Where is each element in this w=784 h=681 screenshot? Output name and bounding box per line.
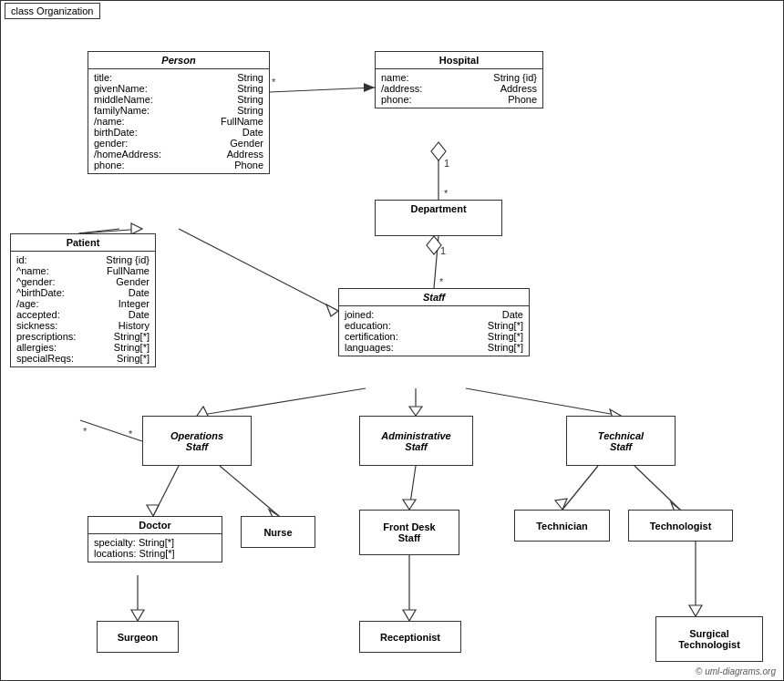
- svg-marker-33: [555, 499, 567, 510]
- class-hospital: Hospital name:String {id} /address:Addre…: [375, 51, 543, 108]
- svg-text:1: 1: [444, 158, 449, 169]
- svg-marker-31: [403, 500, 416, 510]
- class-surgeon-header: Surgeon: [112, 629, 164, 645]
- class-operations-staff-header: OperationsStaff: [167, 427, 227, 456]
- class-doctor-header: Doctor: [88, 517, 222, 534]
- class-front-desk-staff: Front DeskStaff: [359, 510, 459, 555]
- class-hospital-header: Hospital: [376, 52, 542, 69]
- class-receptionist: Receptionist: [359, 621, 461, 653]
- svg-line-21: [466, 388, 621, 416]
- class-receptionist-header: Receptionist: [375, 629, 446, 645]
- diagram-title: class Organization: [5, 3, 100, 19]
- class-patient-header: Patient: [11, 234, 155, 252]
- class-patient: Patient id:String {id} ^name:FullName ^g…: [10, 233, 156, 367]
- class-staff: Staff joined:Date education:String[*] ce…: [338, 288, 530, 356]
- class-patient-body: id:String {id} ^name:FullName ^gender:Ge…: [11, 252, 155, 366]
- svg-marker-37: [131, 610, 144, 621]
- class-technician: Technician: [514, 510, 610, 542]
- diagram-container: class Organization 1 * 1 * *: [0, 0, 784, 681]
- svg-line-28: [220, 466, 279, 516]
- class-person: Person title:String givenName:String mid…: [88, 51, 270, 174]
- class-doctor: Doctor specialty: String[*] locations: S…: [88, 516, 222, 562]
- svg-marker-20: [409, 407, 422, 416]
- svg-text:*: *: [439, 276, 444, 287]
- svg-marker-1: [431, 142, 446, 160]
- copyright: © uml-diagrams.org: [696, 666, 776, 676]
- svg-text:*: *: [272, 77, 276, 88]
- svg-text:*: *: [444, 188, 449, 199]
- class-surgeon: Surgeon: [97, 621, 179, 653]
- class-staff-body: joined:Date education:String[*] certific…: [339, 306, 529, 356]
- class-staff-header: Staff: [339, 289, 529, 306]
- svg-line-4: [434, 236, 438, 288]
- class-nurse: Nurse: [241, 516, 315, 548]
- svg-marker-5: [427, 236, 441, 254]
- class-technologist-header: Technologist: [645, 518, 717, 534]
- svg-marker-27: [147, 505, 159, 516]
- svg-text:1: 1: [440, 245, 446, 256]
- svg-marker-41: [689, 605, 702, 616]
- class-surgical-technologist-header: SurgicalTechnologist: [678, 628, 740, 650]
- svg-line-17: [197, 388, 366, 416]
- class-person-header: Person: [88, 52, 269, 69]
- class-doctor-body: specialty: String[*] locations: String[*…: [88, 534, 222, 562]
- svg-line-30: [409, 466, 416, 510]
- class-technologist: Technologist: [628, 510, 733, 542]
- class-hospital-body: name:String {id} /address:Address phone:…: [376, 69, 542, 108]
- svg-line-23: [80, 420, 142, 441]
- svg-line-34: [634, 466, 680, 510]
- class-front-desk-staff-header: Front DeskStaff: [383, 521, 435, 543]
- svg-line-26: [153, 466, 179, 516]
- class-department: Department: [375, 200, 502, 236]
- svg-line-15: [179, 229, 338, 311]
- svg-marker-39: [403, 610, 416, 621]
- class-department-header: Department: [376, 201, 501, 217]
- svg-marker-16: [326, 304, 338, 316]
- class-technical-staff-header: TechnicalStaff: [594, 427, 647, 456]
- class-technician-header: Technician: [531, 518, 593, 534]
- class-surgical-technologist: SurgicalTechnologist: [655, 616, 763, 662]
- class-administrative-staff: AdministrativeStaff: [359, 416, 473, 466]
- svg-marker-10: [364, 83, 375, 92]
- class-nurse-header: Nurse: [258, 524, 297, 541]
- svg-text:*: *: [83, 426, 88, 437]
- class-operations-staff: OperationsStaff: [142, 416, 252, 466]
- class-technical-staff: TechnicalStaff: [566, 416, 676, 466]
- class-person-body: title:String givenName:String middleName…: [88, 69, 269, 173]
- class-administrative-staff-header: AdministrativeStaff: [377, 427, 454, 456]
- svg-line-8: [270, 88, 375, 92]
- svg-text:*: *: [129, 428, 133, 439]
- svg-line-32: [562, 466, 598, 510]
